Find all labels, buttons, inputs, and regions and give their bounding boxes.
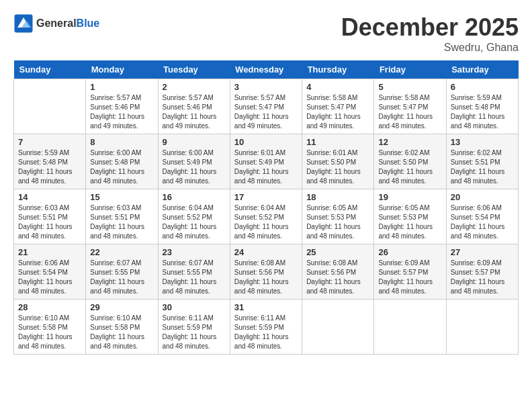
daylight-text: Daylight: 11 hours and 49 minutes. [90,113,144,130]
logo-general-text: General [36,17,77,29]
calendar-cell: 10 Sunrise: 6:01 AM Sunset: 5:49 PM Dayl… [230,134,302,189]
calendar-cell: 26 Sunrise: 6:09 AM Sunset: 5:57 PM Dayl… [374,244,446,300]
day-header-thursday: Thursday [302,60,374,79]
logo-icon [13,13,34,34]
sunrise-text: Sunrise: 6:01 AM [306,149,357,156]
daylight-text: Daylight: 11 hours and 48 minutes. [163,278,217,295]
title-block: December 2025 Swedru, Ghana [341,13,519,54]
sunrise-text: Sunrise: 5:57 AM [163,94,214,101]
sunrise-text: Sunrise: 6:09 AM [378,259,429,267]
cell-info: Sunrise: 6:00 AM Sunset: 5:48 PM Dayligh… [90,148,153,186]
sunrise-text: Sunrise: 6:09 AM [451,259,502,267]
daylight-text: Daylight: 11 hours and 48 minutes. [306,278,361,295]
date-number: 27 [451,247,514,257]
sunrise-text: Sunrise: 6:03 AM [90,204,141,212]
calendar-cell: 13 Sunrise: 6:02 AM Sunset: 5:51 PM Dayl… [446,134,518,189]
cell-info: Sunrise: 6:07 AM Sunset: 5:55 PM Dayligh… [90,259,153,296]
sunrise-text: Sunrise: 6:00 AM [90,149,141,156]
sunset-text: Sunset: 5:58 PM [90,324,140,331]
calendar-cell: 22 Sunrise: 6:07 AM Sunset: 5:55 PM Dayl… [86,244,158,300]
calendar-cell: 27 Sunrise: 6:09 AM Sunset: 5:57 PM Dayl… [446,244,518,300]
calendar-cell: 16 Sunrise: 6:04 AM Sunset: 5:52 PM Dayl… [158,189,230,244]
sunrise-text: Sunrise: 5:59 AM [18,149,69,156]
cell-info: Sunrise: 5:59 AM Sunset: 5:48 PM Dayligh… [18,148,81,186]
calendar-table: SundayMondayTuesdayWednesdayThursdayFrid… [13,60,519,355]
cell-info: Sunrise: 5:58 AM Sunset: 5:47 PM Dayligh… [306,93,369,131]
sunset-text: Sunset: 5:50 PM [306,158,356,166]
sunrise-text: Sunrise: 6:10 AM [18,314,69,322]
sunrise-text: Sunrise: 6:04 AM [163,204,214,212]
date-number: 22 [90,247,153,257]
sunrise-text: Sunrise: 5:57 AM [90,94,141,101]
calendar-body: 1 Sunrise: 5:57 AM Sunset: 5:46 PM Dayli… [14,79,519,355]
sunset-text: Sunset: 5:46 PM [90,103,140,111]
sunset-text: Sunset: 5:51 PM [451,158,500,166]
daylight-text: Daylight: 11 hours and 48 minutes. [378,223,433,240]
cell-info: Sunrise: 6:11 AM Sunset: 5:59 PM Dayligh… [163,314,226,351]
calendar-cell: 9 Sunrise: 6:00 AM Sunset: 5:49 PM Dayli… [158,134,230,189]
sunset-text: Sunset: 5:49 PM [234,158,284,166]
date-number: 17 [234,192,298,202]
cell-info: Sunrise: 6:11 AM Sunset: 5:59 PM Dayligh… [234,314,298,351]
daylight-text: Daylight: 11 hours and 48 minutes. [378,168,433,185]
date-number: 19 [378,192,441,202]
cell-info: Sunrise: 6:03 AM Sunset: 5:51 PM Dayligh… [90,203,153,241]
calendar-cell: 24 Sunrise: 6:08 AM Sunset: 5:56 PM Dayl… [230,244,302,300]
cell-info: Sunrise: 6:04 AM Sunset: 5:52 PM Dayligh… [234,203,298,241]
cell-info: Sunrise: 5:57 AM Sunset: 5:46 PM Dayligh… [163,93,226,131]
calendar-week-1: 1 Sunrise: 5:57 AM Sunset: 5:46 PM Dayli… [14,79,519,134]
date-number: 5 [378,82,441,92]
cell-info: Sunrise: 6:04 AM Sunset: 5:52 PM Dayligh… [163,203,226,241]
calendar-cell [14,79,86,134]
sunrise-text: Sunrise: 6:06 AM [18,259,69,267]
cell-info: Sunrise: 6:01 AM Sunset: 5:50 PM Dayligh… [306,148,369,186]
cell-info: Sunrise: 6:08 AM Sunset: 5:56 PM Dayligh… [306,259,369,296]
daylight-text: Daylight: 11 hours and 49 minutes. [163,113,217,130]
date-number: 8 [90,137,153,147]
sunset-text: Sunset: 5:55 PM [90,269,140,276]
date-number: 4 [306,82,369,92]
date-number: 16 [163,192,226,202]
cell-info: Sunrise: 5:59 AM Sunset: 5:48 PM Dayligh… [451,93,514,131]
day-header-wednesday: Wednesday [230,60,302,79]
page-header: GeneralBlue December 2025 Swedru, Ghana [13,13,519,54]
cell-info: Sunrise: 6:02 AM Sunset: 5:51 PM Dayligh… [451,148,514,186]
sunset-text: Sunset: 5:57 PM [378,269,428,276]
sunrise-text: Sunrise: 6:10 AM [90,314,141,322]
sunset-text: Sunset: 5:54 PM [18,269,68,276]
cell-info: Sunrise: 6:05 AM Sunset: 5:53 PM Dayligh… [306,203,369,241]
calendar-week-5: 28 Sunrise: 6:10 AM Sunset: 5:58 PM Dayl… [14,300,519,355]
cell-info: Sunrise: 6:09 AM Sunset: 5:57 PM Dayligh… [451,259,514,296]
date-number: 9 [163,137,226,147]
date-number: 6 [451,82,514,92]
cell-info: Sunrise: 6:08 AM Sunset: 5:56 PM Dayligh… [234,259,298,296]
date-number: 7 [18,137,81,147]
month-year-title: December 2025 [341,13,519,42]
calendar-cell: 30 Sunrise: 6:11 AM Sunset: 5:59 PM Dayl… [158,300,230,355]
daylight-text: Daylight: 11 hours and 48 minutes. [378,113,433,130]
day-header-saturday: Saturday [446,60,518,79]
sunset-text: Sunset: 5:59 PM [234,324,284,331]
date-number: 28 [18,302,81,312]
sunrise-text: Sunrise: 6:08 AM [306,259,357,267]
sunset-text: Sunset: 5:49 PM [163,158,212,166]
daylight-text: Daylight: 11 hours and 48 minutes. [306,168,361,185]
calendar-cell: 20 Sunrise: 6:06 AM Sunset: 5:54 PM Dayl… [446,189,518,244]
day-header-monday: Monday [86,60,158,79]
calendar-cell: 5 Sunrise: 5:58 AM Sunset: 5:47 PM Dayli… [374,79,446,134]
calendar-cell: 3 Sunrise: 5:57 AM Sunset: 5:47 PM Dayli… [230,79,302,134]
date-number: 11 [306,137,369,147]
logo: GeneralBlue [13,13,99,34]
sunrise-text: Sunrise: 6:11 AM [234,314,285,322]
sunset-text: Sunset: 5:53 PM [378,214,428,221]
sunset-text: Sunset: 5:48 PM [451,103,500,111]
daylight-text: Daylight: 11 hours and 49 minutes. [306,113,361,130]
sunset-text: Sunset: 5:51 PM [90,214,140,221]
sunrise-text: Sunrise: 6:08 AM [234,259,285,267]
cell-info: Sunrise: 6:10 AM Sunset: 5:58 PM Dayligh… [18,314,81,351]
cell-info: Sunrise: 6:10 AM Sunset: 5:58 PM Dayligh… [90,314,153,351]
daylight-text: Daylight: 11 hours and 48 minutes. [451,113,505,130]
sunset-text: Sunset: 5:47 PM [378,103,428,111]
cell-info: Sunrise: 6:06 AM Sunset: 5:54 PM Dayligh… [18,259,81,296]
daylight-text: Daylight: 11 hours and 48 minutes. [234,278,289,295]
